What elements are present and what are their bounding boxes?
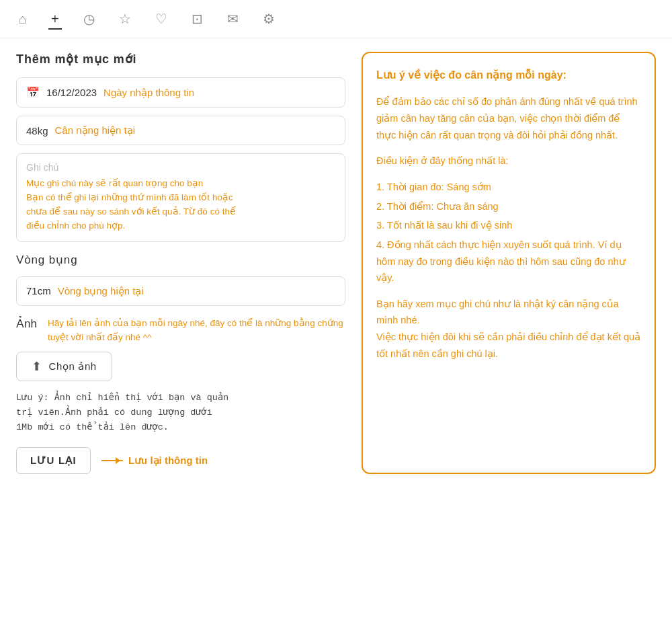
left-panel: Thêm một mục mới 📅 16/12/2023 Ngày nhập … xyxy=(16,52,345,474)
nav-star-icon[interactable]: ☆ xyxy=(116,8,134,30)
tip-para3: Bạn hãy xem mục ghi chú như là nhật ký c… xyxy=(376,296,641,362)
tip-body: Để đảm bảo các chỉ số đo phản ánh đúng n… xyxy=(376,93,641,362)
nav-history-icon[interactable]: ◷ xyxy=(81,8,97,30)
save-arrow: Lưu lại thông tin xyxy=(101,455,208,467)
nav-add-icon[interactable]: + xyxy=(48,9,62,30)
date-placeholder: Ngày nhập thông tin xyxy=(103,87,194,99)
upload-icon: ⬆ xyxy=(32,359,42,374)
nav-heart-icon[interactable]: ♡ xyxy=(153,8,170,30)
nav-settings-icon[interactable]: ⚙ xyxy=(260,8,278,30)
weight-placeholder: Cân nặng hiện tại xyxy=(55,124,136,136)
weight-value: 48kg xyxy=(26,125,48,136)
note-field[interactable]: Ghi chú Mục ghi chú này sẽ rất quan trọn… xyxy=(16,153,345,242)
photo-note: Lưu ý: Ảnh chỉ hiển thị với bạn và quản … xyxy=(16,391,345,436)
date-value: 16/12/2023 xyxy=(46,87,97,98)
photo-hint: Hãy tải lên ảnh của bạn mỗi ngày nhé, đâ… xyxy=(48,317,345,345)
calendar-icon: 📅 xyxy=(26,86,40,99)
waist-value: 71cm xyxy=(26,285,51,297)
tip-list-item-2: 2. Thời điểm: Chưa ăn sáng xyxy=(376,198,641,215)
nav-image-icon[interactable]: ⊡ xyxy=(189,8,206,30)
choose-photo-label: Chọn ảnh xyxy=(49,360,97,372)
nav-mail-icon[interactable]: ✉ xyxy=(224,8,241,30)
save-label: Lưu lại thông tin xyxy=(128,455,208,467)
weight-field[interactable]: 48kg Cân nặng hiện tại xyxy=(16,116,345,145)
form-title: Thêm một mục mới xyxy=(16,52,345,67)
choose-photo-button[interactable]: ⬆ Chọn ảnh xyxy=(16,352,112,381)
tip-title: Lưu ý về việc đo cân nặng mỗi ngày: xyxy=(376,68,641,83)
note-hint: Mục ghi chú này sẽ rất quan trọng cho bạ… xyxy=(26,177,335,233)
nav-home-icon[interactable]: ⌂ xyxy=(16,9,30,30)
arrow-line xyxy=(101,460,123,461)
save-button[interactable]: LƯU LẠI xyxy=(16,447,91,474)
date-field[interactable]: 📅 16/12/2023 Ngày nhập thông tin xyxy=(16,77,345,108)
right-panel: Lưu ý về việc đo cân nặng mỗi ngày: Để đ… xyxy=(362,52,656,474)
tip-para1: Để đảm bảo các chỉ số đo phản ánh đúng n… xyxy=(376,93,641,143)
photo-section: Ảnh Hãy tải lên ảnh của bạn mỗi ngày nhé… xyxy=(16,317,345,436)
tip-para2: Điều kiện ở đây thống nhất là: xyxy=(376,153,641,169)
waist-field[interactable]: 71cm Vòng bụng hiện tại xyxy=(16,276,345,306)
waist-placeholder: Vòng bụng hiện tại xyxy=(58,285,144,297)
tip-list-item-4: 4. Đồng nhất cách thực hiện xuyên suốt q… xyxy=(376,237,641,286)
tip-list-item-1: 1. Thời gian đo: Sáng sớm xyxy=(376,179,641,196)
tip-list-item-3: 3. Tốt nhất là sau khi đi vệ sinh xyxy=(376,217,641,234)
waist-section-title: Vòng bụng xyxy=(16,253,345,267)
tip-list: 1. Thời gian đo: Sáng sớm 2. Thời điểm: … xyxy=(376,179,641,286)
main-content: Thêm một mục mới 📅 16/12/2023 Ngày nhập … xyxy=(0,38,672,487)
top-nav: ⌂ + ◷ ☆ ♡ ⊡ ✉ ⚙ xyxy=(0,0,672,38)
note-placeholder: Ghi chú xyxy=(26,162,335,173)
photo-label: Ảnh xyxy=(16,317,37,331)
save-section: LƯU LẠI Lưu lại thông tin xyxy=(16,447,345,474)
